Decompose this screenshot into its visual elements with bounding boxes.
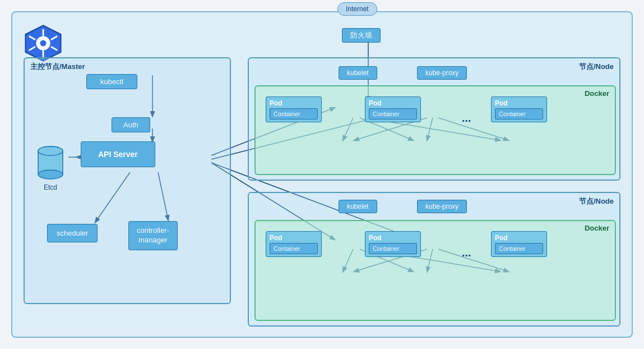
- container-box-2: Container: [369, 108, 417, 120]
- controller-manager-box: controller-manager: [128, 221, 178, 250]
- pod-1-node-2: Pod Container: [266, 231, 322, 257]
- svg-point-38: [38, 170, 63, 179]
- container-label-3: Container: [499, 111, 526, 117]
- kubeproxy-box-1: kube-proxy: [417, 66, 467, 80]
- api-server-box: API Server: [81, 141, 155, 167]
- scheduler-label: scheduler: [57, 229, 88, 237]
- etcd-label: Etcd: [36, 183, 65, 191]
- pod-label-n2-2: Pod: [369, 234, 417, 242]
- main-container: Internet 防火墙 主控节点/Master kubectl Auth AP…: [11, 11, 633, 338]
- etcd-box: Etcd: [36, 145, 65, 191]
- node-label-2: 节点/Node: [579, 196, 614, 206]
- dots-2: ...: [457, 246, 476, 259]
- svg-point-33: [40, 40, 46, 46]
- kubeproxy-box-2: kube-proxy: [417, 200, 467, 213]
- pod-label-n2-3: Pod: [495, 234, 543, 242]
- master-box: 主控节点/Master kubectl Auth API Server Etcd: [24, 57, 231, 304]
- container-label-n2-3: Container: [499, 245, 526, 252]
- kubectl-box: kubectl: [86, 74, 137, 89]
- container-box: Container: [270, 108, 318, 120]
- node-box-1: 节点/Node kubelet kube-proxy Docker Pod Co…: [248, 57, 620, 181]
- pod-3-node-1: Pod Container: [491, 97, 547, 122]
- docker-area-2: Docker Pod Container Pod Container: [254, 220, 616, 321]
- svg-point-39: [38, 146, 63, 155]
- pod-label: Pod: [270, 99, 318, 107]
- kubelet-label-2: kubelet: [347, 203, 369, 210]
- container-label-n2-1: Container: [274, 245, 300, 252]
- container-label-n2-2: Container: [373, 245, 400, 252]
- node-label-1: 节点/Node: [579, 62, 614, 72]
- container-box-n2-3: Container: [495, 243, 543, 254]
- scheduler-box: scheduler: [47, 224, 98, 242]
- firewall-box: 防火墙: [342, 28, 381, 43]
- etcd-icon: [36, 145, 65, 180]
- container-box-n2-2: Container: [369, 243, 417, 254]
- container-label-2: Container: [373, 111, 400, 117]
- docker-area-1: Docker Pod Container Pod Container: [254, 85, 616, 175]
- internet-label: Internet: [337, 2, 377, 16]
- docker-label-2: Docker: [585, 224, 609, 232]
- auth-label: Auth: [123, 121, 138, 129]
- dots-1: ...: [457, 112, 476, 125]
- container-label: Container: [274, 111, 300, 117]
- container-box-3: Container: [495, 108, 543, 120]
- pod-2-node-1: Pod Container: [365, 97, 421, 122]
- kubelet-label-1: kubelet: [347, 69, 369, 77]
- kubeproxy-label-2: kube-proxy: [425, 203, 458, 210]
- auth-box: Auth: [112, 117, 150, 132]
- kubelet-box-1: kubelet: [339, 66, 377, 80]
- pod-label-2: Pod: [369, 99, 417, 107]
- master-label: 主控节点/Master: [30, 62, 85, 72]
- pod-2-node-2: Pod Container: [365, 231, 421, 257]
- kubelet-box-2: kubelet: [339, 200, 377, 213]
- controller-manager-label: controller-manager: [137, 226, 169, 244]
- pod-label-3: Pod: [495, 99, 543, 107]
- pod-1-node-1: Pod Container: [266, 97, 322, 122]
- firewall-label: 防火墙: [342, 28, 381, 43]
- internet-cloud: Internet: [337, 2, 377, 16]
- pod-3-node-2: Pod Container: [491, 231, 547, 257]
- api-server-label: API Server: [98, 150, 138, 159]
- container-box-n2-1: Container: [270, 243, 318, 254]
- kubectl-label: kubectl: [100, 77, 123, 86]
- node-box-2: 节点/Node kubelet kube-proxy Docker Pod Co…: [248, 192, 620, 327]
- pod-label-n2-1: Pod: [270, 234, 318, 242]
- kubeproxy-label-1: kube-proxy: [425, 69, 458, 77]
- docker-label-1: Docker: [585, 89, 609, 98]
